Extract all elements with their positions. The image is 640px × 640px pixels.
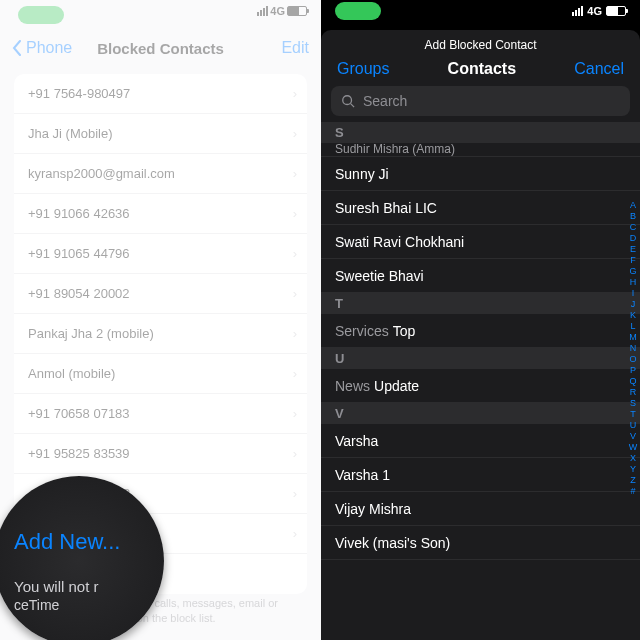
blocked-row[interactable]: +91 7564-980497› [14,74,307,114]
contact-row[interactable]: ServicesTop [321,314,640,348]
index-letter[interactable]: B [628,211,638,222]
index-letter[interactable]: P [628,365,638,376]
contacts-heading: Contacts [448,60,516,78]
blocked-row[interactable]: +91 89054 20002› [14,274,307,314]
right-pane: 4G Add Blocked Contact Groups Contacts C… [321,0,640,640]
index-letter[interactable]: V [628,431,638,442]
chevron-right-icon: › [293,126,297,141]
index-letter[interactable]: U [628,420,638,431]
svg-line-1 [351,104,355,108]
magnified-footer-1: You will not r [14,577,164,597]
search-field[interactable]: Search [331,86,630,116]
nav-bar: Phone Blocked Contacts Edit [0,28,321,68]
index-letter[interactable]: N [628,343,638,354]
chevron-right-icon: › [293,206,297,221]
section-header-u: U [321,348,640,369]
status-bar: 4G [321,0,640,22]
index-letter[interactable]: I [628,288,638,299]
signal-icon [257,6,268,16]
chevron-right-icon: › [293,486,297,501]
index-letter[interactable]: Z [628,475,638,486]
call-time-pill[interactable] [335,2,381,20]
index-letter[interactable]: G [628,266,638,277]
contact-row[interactable]: Suresh Bhai LIC [321,191,640,225]
contact-row[interactable]: Varsha [321,424,640,458]
blocked-row[interactable]: +91 70658 07183› [14,394,307,434]
blocked-row[interactable]: +91 91065 44796› [14,234,307,274]
index-letter[interactable]: R [628,387,638,398]
search-placeholder: Search [363,93,407,109]
chevron-right-icon: › [293,406,297,421]
sheet-nav: Groups Contacts Cancel [321,56,640,86]
sheet-title: Add Blocked Contact [321,30,640,56]
index-letter[interactable]: W [628,442,638,453]
chevron-right-icon: › [293,526,297,541]
index-letter[interactable]: H [628,277,638,288]
chevron-right-icon: › [293,366,297,381]
index-letter[interactable]: S [628,398,638,409]
index-letter[interactable]: C [628,222,638,233]
index-letter[interactable]: # [628,486,638,497]
contact-row[interactable]: Vivek (masi's Son) [321,526,640,560]
blocked-row[interactable]: +91 95825 83539› [14,434,307,474]
call-time-pill[interactable] [18,6,64,24]
contact-row[interactable]: Swati Ravi Chokhani [321,225,640,259]
magnifier-callout: Add New... You will not r ceTime [0,476,164,640]
signal-icon [572,6,583,16]
index-letter[interactable]: O [628,354,638,365]
index-letter[interactable]: K [628,310,638,321]
index-letter[interactable]: Y [628,464,638,475]
magnified-add-new[interactable]: Add New... [14,529,164,555]
blocked-row[interactable]: kyransp2000@gmail.com› [14,154,307,194]
contact-row[interactable]: Sunny Ji [321,157,640,191]
contact-row[interactable]: Sudhir Mishra (Amma) [321,143,640,157]
alphabet-index[interactable]: ABCDEFGHIJKLMNOPQRSTUVWXYZ# [628,200,638,497]
index-letter[interactable]: F [628,255,638,266]
chevron-right-icon: › [293,86,297,101]
blocked-row[interactable]: Jha Ji (Mobile)› [14,114,307,154]
index-letter[interactable]: Q [628,376,638,387]
battery-icon [287,6,307,16]
status-bar: 4G [0,0,321,22]
index-letter[interactable]: L [628,321,638,332]
chevron-right-icon: › [293,166,297,181]
index-letter[interactable]: M [628,332,638,343]
battery-icon [606,6,626,16]
chevron-right-icon: › [293,286,297,301]
magnified-footer-2: ceTime [14,597,164,613]
chevron-right-icon: › [293,446,297,461]
section-header-s: S [321,122,640,143]
index-letter[interactable]: D [628,233,638,244]
contact-picker-sheet: Add Blocked Contact Groups Contacts Canc… [321,30,640,640]
page-title: Blocked Contacts [0,40,321,57]
index-letter[interactable]: E [628,244,638,255]
blocked-row[interactable]: Pankaj Jha 2 (mobile)› [14,314,307,354]
contact-row[interactable]: Vijay Mishra [321,492,640,526]
chevron-right-icon: › [293,246,297,261]
section-header-v: V [321,403,640,424]
svg-point-0 [343,96,352,105]
network-label: 4G [587,5,602,17]
contact-row[interactable]: Sweetie Bhavi [321,259,640,293]
index-letter[interactable]: T [628,409,638,420]
left-pane: 4G Phone Blocked Contacts Edit +91 7564-… [0,0,321,640]
blocked-row[interactable]: +91 91066 42636› [14,194,307,234]
chevron-right-icon: › [293,326,297,341]
contact-row[interactable]: Varsha 1 [321,458,640,492]
index-letter[interactable]: J [628,299,638,310]
groups-button[interactable]: Groups [337,60,389,78]
blocked-row[interactable]: Anmol (mobile)› [14,354,307,394]
cancel-button[interactable]: Cancel [574,60,624,78]
search-icon [341,94,355,108]
index-letter[interactable]: A [628,200,638,211]
section-header-t: T [321,293,640,314]
contact-row[interactable]: NewsUpdate [321,369,640,403]
network-label: 4G [270,5,285,17]
index-letter[interactable]: X [628,453,638,464]
